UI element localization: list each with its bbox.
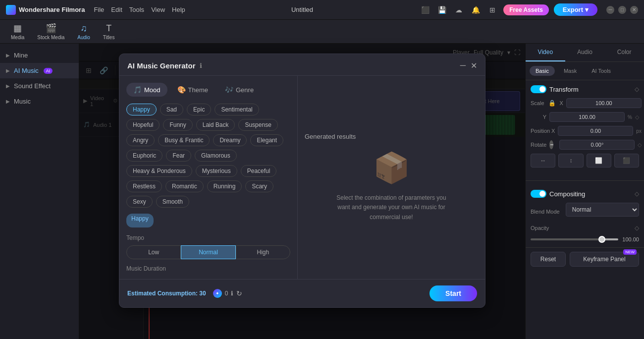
scale-x-label: X bbox=[560, 100, 563, 106]
scale-y-diamond[interactable]: ◇ bbox=[635, 114, 639, 120]
tag-mysterious[interactable]: Mysterious bbox=[196, 165, 237, 177]
tab-theme[interactable]: 🎨 Theme bbox=[170, 83, 215, 97]
tag-running[interactable]: Running bbox=[207, 180, 242, 192]
modal-minimize-button[interactable]: ─ bbox=[460, 61, 466, 70]
sidebar-item-ai-music[interactable]: ▶ AI Music AI bbox=[0, 63, 79, 78]
subtab-ai-tools[interactable]: AI Tools bbox=[586, 66, 617, 76]
transform-diamond[interactable]: ◇ bbox=[635, 86, 639, 93]
media-icon: ▦ bbox=[13, 23, 22, 34]
tag-smooth[interactable]: Smooth bbox=[156, 196, 189, 208]
position-label: Position bbox=[531, 128, 548, 134]
keyframe-panel-button[interactable]: Keyframe Panel NEW bbox=[570, 252, 639, 267]
free-assets-button[interactable]: Free Assets bbox=[503, 4, 549, 15]
scale-y-input[interactable] bbox=[549, 112, 625, 122]
tag-dreamy[interactable]: Dreamy bbox=[213, 134, 247, 146]
notification-icon[interactable]: 🔔 bbox=[470, 4, 482, 16]
compositing-section: Compositing ◇ Blend Mode Normal Opacity … bbox=[526, 185, 644, 247]
menu-edit[interactable]: Edit bbox=[111, 6, 122, 13]
tag-scary[interactable]: Scary bbox=[245, 180, 273, 192]
menu-view[interactable]: View bbox=[151, 6, 165, 13]
tempo-low[interactable]: Low bbox=[126, 245, 181, 259]
scale-x-input[interactable] bbox=[566, 98, 642, 108]
selected-chip-happy[interactable]: Happy bbox=[126, 214, 154, 227]
maximize-button[interactable]: □ bbox=[618, 6, 626, 14]
flip-btn-3[interactable]: ⬜ bbox=[587, 154, 611, 168]
compositing-diamond[interactable]: ◇ bbox=[635, 190, 639, 197]
tool-media[interactable]: ▦ Media bbox=[6, 21, 29, 42]
tool-audio[interactable]: ♫ Audio bbox=[72, 21, 95, 42]
tab-video[interactable]: Video bbox=[526, 44, 565, 61]
blend-mode-label: Blend Mode bbox=[531, 209, 560, 215]
rotate-input[interactable] bbox=[559, 140, 635, 150]
export-button[interactable]: Export ▾ bbox=[554, 3, 597, 16]
subtab-mask[interactable]: Mask bbox=[558, 66, 583, 76]
tool-stock-media[interactable]: 🎬 Stock Media bbox=[32, 21, 69, 42]
tag-peaceful[interactable]: Peaceful bbox=[241, 165, 277, 177]
modal-info-icon[interactable]: ℹ bbox=[200, 62, 202, 69]
tempo-normal[interactable]: Normal bbox=[181, 245, 235, 259]
cloud-icon[interactable]: ☁ bbox=[453, 4, 465, 16]
tag-epic[interactable]: Epic bbox=[187, 104, 211, 115]
tab-color[interactable]: Color bbox=[604, 44, 644, 61]
tag-euphoric[interactable]: Euphoric bbox=[126, 150, 162, 162]
rotate-diamond[interactable]: ◇ bbox=[638, 142, 642, 148]
apps-icon[interactable]: ⊞ bbox=[486, 4, 498, 16]
tag-romantic[interactable]: Romantic bbox=[165, 180, 204, 192]
tag-suspense[interactable]: Suspense bbox=[238, 119, 277, 131]
tag-glamorous[interactable]: Glamorous bbox=[195, 150, 237, 162]
flip-btn-4[interactable]: ⬛ bbox=[614, 154, 639, 168]
footer-icons: ✦ 0 ℹ ↻ bbox=[213, 289, 243, 298]
lock-icon[interactable]: 🔒 bbox=[548, 100, 556, 107]
menu-help[interactable]: Help bbox=[172, 6, 185, 13]
tag-fear[interactable]: Fear bbox=[166, 150, 191, 162]
reset-button[interactable]: Reset bbox=[531, 252, 566, 267]
tool-titles[interactable]: T Titles bbox=[98, 21, 120, 42]
opacity-thumb[interactable] bbox=[598, 236, 605, 243]
tab-audio[interactable]: Audio bbox=[565, 44, 605, 61]
position-x-input[interactable] bbox=[558, 126, 633, 136]
opacity-slider[interactable] bbox=[531, 238, 618, 240]
scale-y-row: Y % ◇ bbox=[531, 112, 639, 122]
close-button[interactable]: ✕ bbox=[630, 6, 638, 14]
tag-elegant[interactable]: Elegant bbox=[250, 134, 283, 146]
menu-file[interactable]: File bbox=[94, 6, 104, 13]
tag-sad[interactable]: Sad bbox=[160, 104, 183, 115]
tag-sentimental[interactable]: Sentimental bbox=[215, 104, 259, 115]
tag-funny[interactable]: Funny bbox=[163, 119, 192, 131]
tag-sexy[interactable]: Sexy bbox=[126, 196, 153, 208]
sidebar-item-sound-effect[interactable]: ▶ Sound Effect bbox=[0, 78, 79, 94]
tempo-high[interactable]: High bbox=[236, 245, 290, 259]
rotate-row: Rotate ◇ bbox=[531, 140, 639, 150]
subtab-basic[interactable]: Basic bbox=[530, 66, 555, 76]
tag-restless[interactable]: Restless bbox=[126, 180, 162, 192]
tag-angry[interactable]: Angry bbox=[126, 134, 155, 146]
tag-laid-back[interactable]: Laid Back bbox=[196, 119, 235, 131]
blend-mode-select[interactable]: Normal bbox=[566, 203, 639, 217]
info-icon-small[interactable]: ℹ bbox=[231, 290, 233, 297]
flip-row: ↔ ↕ ⬜ ⬛ bbox=[531, 154, 639, 168]
rotate-dial[interactable] bbox=[549, 140, 553, 149]
modal-close-button[interactable]: ✕ bbox=[471, 61, 477, 70]
sidebar-item-music[interactable]: ▶ Music bbox=[0, 94, 79, 109]
sidebar-item-mine[interactable]: ▶ Mine bbox=[0, 48, 79, 63]
tab-mood[interactable]: 🎵 Mood bbox=[126, 83, 167, 97]
refresh-icon[interactable]: ↻ bbox=[236, 289, 242, 297]
flip-horizontal-button[interactable]: ↔ bbox=[531, 154, 555, 168]
tag-heavy-ponderous[interactable]: Heavy & Ponderous bbox=[126, 165, 192, 177]
transform-toggle[interactable] bbox=[531, 85, 546, 93]
tag-hopeful[interactable]: Hopeful bbox=[126, 119, 160, 131]
start-button[interactable]: Start bbox=[429, 285, 477, 301]
compositing-toggle[interactable] bbox=[531, 190, 546, 198]
tag-happy[interactable]: Happy bbox=[126, 104, 157, 115]
modal-header: AI Music Generator ℹ ─ ✕ bbox=[119, 54, 485, 76]
flip-vertical-button[interactable]: ↕ bbox=[558, 154, 583, 168]
transform-section: Transform ◇ Scale 🔒 X % ◇ Y % ◇ bbox=[526, 80, 644, 176]
minimize-button[interactable]: ─ bbox=[606, 6, 614, 14]
tag-busy-frantic[interactable]: Busy & Frantic bbox=[158, 134, 210, 146]
tab-genre[interactable]: 🎶 Genre bbox=[218, 83, 261, 97]
save-icon[interactable]: 💾 bbox=[436, 4, 448, 16]
screen-icon[interactable]: ⬛ bbox=[419, 4, 431, 16]
menu-tools[interactable]: Tools bbox=[129, 6, 144, 13]
opacity-diamond[interactable]: ◇ bbox=[635, 225, 639, 231]
transform-title: Transform bbox=[549, 86, 579, 93]
